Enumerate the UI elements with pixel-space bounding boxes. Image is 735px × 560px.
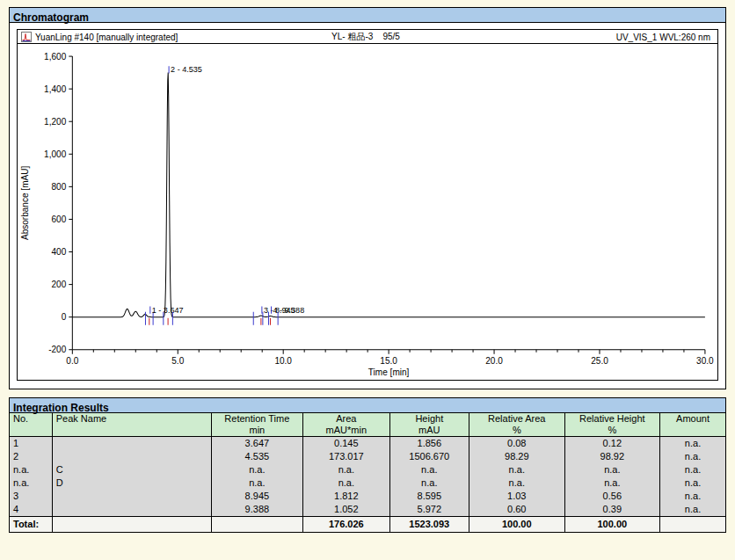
cell: n.a. (10, 463, 52, 476)
svg-text:400: 400 (52, 247, 67, 257)
svg-text:1,400: 1,400 (44, 84, 67, 94)
svg-text:2 - 4.535: 2 - 4.535 (171, 65, 202, 74)
cell: 1.812 (303, 490, 389, 503)
svg-text:20.0: 20.0 (485, 356, 503, 366)
cell: n.a. (564, 463, 660, 476)
table-row: 24.535173.0171506.67098.2998.92n.a. (10, 450, 725, 463)
column-header: Relative Area% (469, 413, 565, 437)
svg-text:1,200: 1,200 (44, 117, 67, 127)
svg-text:15.0: 15.0 (380, 356, 397, 366)
results-tbody: 13.6470.1451.8560.080.12n.a.24.535173.01… (10, 436, 725, 532)
chromatogram-body: YuanLing #140 [manually integrated] YL- … (10, 23, 725, 389)
svg-text:0.0: 0.0 (66, 356, 78, 366)
cell: 5.972 (389, 503, 469, 517)
table-row: 13.6470.1451.8560.080.12n.a. (10, 436, 725, 450)
cell: C (52, 463, 211, 476)
cell: 3 (10, 490, 52, 503)
cell: n.a. (303, 463, 389, 476)
chart-header: YuanLing #140 [manually integrated] YL- … (18, 30, 717, 44)
column-header: Peak Name (52, 413, 211, 437)
cell: n.a. (660, 463, 725, 476)
column-header: Relative Height% (564, 413, 660, 437)
column-header: HeightmAU (389, 413, 469, 437)
cell: n.a. (660, 436, 725, 450)
cell: n.a. (660, 450, 725, 463)
svg-text:0: 0 (62, 312, 67, 322)
svg-text:5.0: 5.0 (171, 356, 184, 366)
chromatogram-trace-icon (21, 32, 32, 42)
cell: n.a. (10, 476, 52, 490)
channel-label: UV_VIS_1 WVL:260 nm (400, 33, 710, 42)
table-header: No.Peak NameRetention TimeminAreamAU*min… (10, 413, 725, 437)
cell: 0.56 (564, 490, 660, 503)
svg-text:4 - 9.388: 4 - 9.388 (273, 306, 305, 315)
cell: 4 (10, 503, 52, 517)
cell: 173.017 (303, 450, 389, 463)
cell (52, 490, 211, 503)
chromatogram-section-header: Chromatogram (10, 8, 725, 23)
total-row: Total:176.0261523.093100.00100.00 (10, 516, 725, 532)
cell: 1523.093 (389, 516, 469, 532)
cell: 9.388 (211, 503, 303, 517)
svg-text:1,600: 1,600 (44, 52, 67, 62)
cell: 98.29 (469, 450, 565, 463)
svg-text:600: 600 (52, 215, 67, 224)
chromatogram-section-title: Chromatogram (13, 11, 89, 24)
header-row: No.Peak NameRetention TimeminAreamAU*min… (10, 413, 725, 437)
svg-text:800: 800 (52, 182, 67, 192)
table-row: 38.9451.8128.5951.030.56n.a. (10, 490, 725, 503)
svg-text:10.0: 10.0 (274, 356, 292, 366)
cell: D (52, 476, 211, 490)
sample-label: YL- 粗品-3 95/5 (331, 31, 400, 43)
cell: 3.647 (211, 436, 303, 450)
integration-results-panel: Integration Results No.Peak NameRetentio… (9, 397, 726, 533)
svg-text:30.0: 30.0 (696, 356, 714, 366)
cell: 1506.670 (389, 450, 469, 463)
cell: n.a. (303, 476, 389, 490)
cell (660, 516, 725, 532)
cell: 8.595 (389, 490, 469, 503)
cell (52, 516, 211, 532)
column-header: Amount (660, 413, 725, 437)
cell: 2 (10, 450, 52, 463)
svg-text:1 - 3.647: 1 - 3.647 (152, 306, 184, 315)
cell: 98.92 (564, 450, 660, 463)
svg-text:Time [min]: Time [min] (368, 367, 410, 377)
cell: n.a. (211, 476, 303, 490)
chromatogram-plot: -20002004006008001,0001,2001,4001,6000.0… (18, 44, 717, 380)
cell: Total: (10, 516, 52, 532)
column-header: AreamAU*min (303, 413, 389, 437)
cell: 0.12 (564, 436, 660, 450)
cell: 0.39 (564, 503, 660, 517)
table-row: n.a.Dn.a.n.a.n.a.n.a.n.a.n.a. (10, 476, 725, 490)
cell (52, 503, 211, 517)
cell: 100.00 (469, 516, 565, 532)
svg-text:Absorbance [mAU]: Absorbance [mAU] (20, 166, 30, 241)
cell: n.a. (660, 503, 725, 517)
cell (211, 516, 303, 532)
cell: n.a. (469, 476, 565, 490)
cell: n.a. (564, 476, 660, 490)
report-page: Chromatogram YuanLing #140 [manually int… (9, 7, 726, 533)
cell: n.a. (389, 463, 469, 476)
cell: 176.026 (303, 516, 389, 532)
cell: 0.60 (469, 503, 565, 517)
cell: 1.03 (469, 490, 565, 503)
svg-text:-200: -200 (48, 345, 67, 354)
cell: 1.052 (303, 503, 389, 517)
cell: 100.00 (564, 516, 660, 532)
chromatogram-panel: Chromatogram YuanLing #140 [manually int… (9, 7, 726, 389)
column-header: Retention Timemin (211, 413, 303, 437)
cell: n.a. (211, 463, 303, 476)
svg-text:1,000: 1,000 (44, 149, 67, 159)
cell: 4.535 (211, 450, 303, 463)
integration-results-table: No.Peak NameRetention TimeminAreamAU*min… (10, 413, 725, 532)
injection-label: YuanLing #140 [manually integrated] (35, 33, 178, 42)
cell (52, 436, 211, 450)
integration-section-header: Integration Results (10, 398, 725, 413)
svg-text:200: 200 (52, 280, 67, 289)
column-header: No. (10, 413, 52, 437)
cell: 0.08 (469, 436, 565, 450)
table-row: n.a.Cn.a.n.a.n.a.n.a.n.a.n.a. (10, 463, 725, 476)
cell: n.a. (389, 476, 469, 490)
